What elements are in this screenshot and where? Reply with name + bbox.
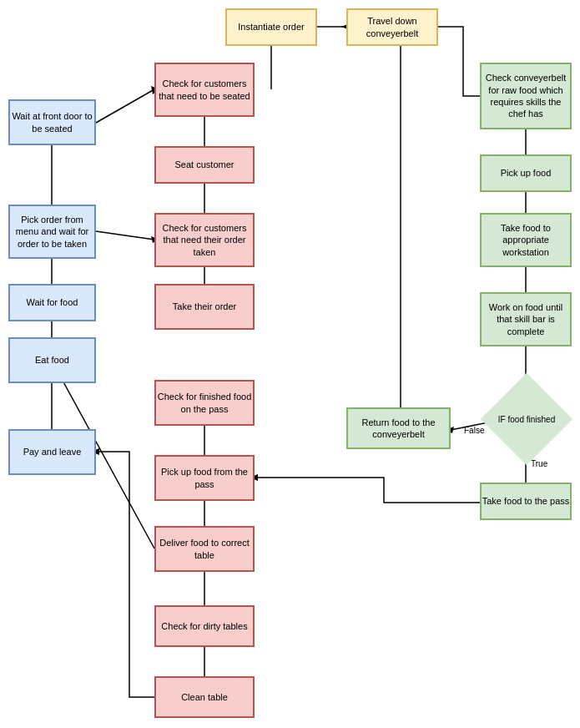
take-order-node: Take their order xyxy=(154,284,255,330)
false-label: False xyxy=(464,426,484,435)
svg-line-34 xyxy=(96,231,154,240)
eat-food-node: Eat food xyxy=(8,337,96,383)
pickup-food-chef-node: Pick up food xyxy=(480,154,572,192)
travel-conveyor-node: Travel down conveyerbelt xyxy=(346,8,438,46)
check-seated-node: Check for customers that need to be seat… xyxy=(154,63,255,117)
deliver-food-node: Deliver food to correct table xyxy=(154,526,255,572)
return-food-node: Return food to the conveyerbelt xyxy=(346,407,451,449)
wait-door-node: Wait at front door to be seated xyxy=(8,99,96,145)
take-food-workstation-node: Take food to appropriate workstation xyxy=(480,213,572,267)
pickup-food-node: Pick up food from the pass xyxy=(154,455,255,501)
clean-table-node: Clean table xyxy=(154,676,255,718)
true-label: True xyxy=(531,459,547,468)
take-food-pass-node: Take food to the pass xyxy=(480,483,572,520)
work-food-node: Work on food until that skill bar is com… xyxy=(480,292,572,346)
check-order-taken-node: Check for customers that need their orde… xyxy=(154,213,255,267)
wait-food-node: Wait for food xyxy=(8,284,96,321)
seat-customer-node: Seat customer xyxy=(154,146,255,184)
instantiate-order-node: Instantiate order xyxy=(225,8,317,46)
check-finished-food-node: Check for finished food on the pass xyxy=(154,380,255,426)
pay-leave-node: Pay and leave xyxy=(8,429,96,475)
svg-line-30 xyxy=(96,89,154,123)
if-food-finished-node: IF food finished xyxy=(481,373,572,465)
pick-menu-node: Pick order from menu and wait for order … xyxy=(8,205,96,259)
check-conveyor-raw-node: Check conveyerbelt for raw food which re… xyxy=(480,63,572,129)
check-dirty-node: Check for dirty tables xyxy=(154,605,255,647)
diagram: False True Instantiate order Travel down… xyxy=(0,0,580,728)
